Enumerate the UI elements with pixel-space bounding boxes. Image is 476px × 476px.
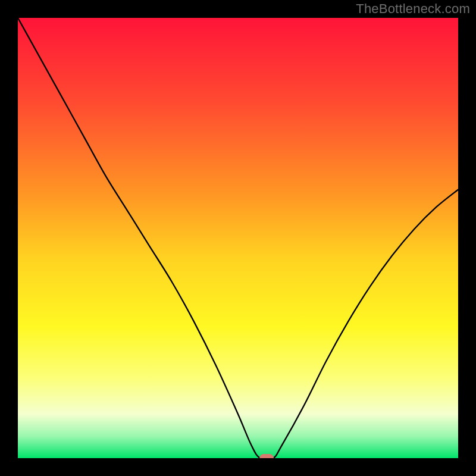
- watermark-text: TheBottleneck.com: [356, 1, 470, 17]
- plot-area: [18, 18, 458, 458]
- gradient-background: [18, 18, 458, 458]
- min-marker: [259, 454, 274, 458]
- chart-frame: TheBottleneck.com: [0, 0, 476, 476]
- chart-svg: [18, 18, 458, 458]
